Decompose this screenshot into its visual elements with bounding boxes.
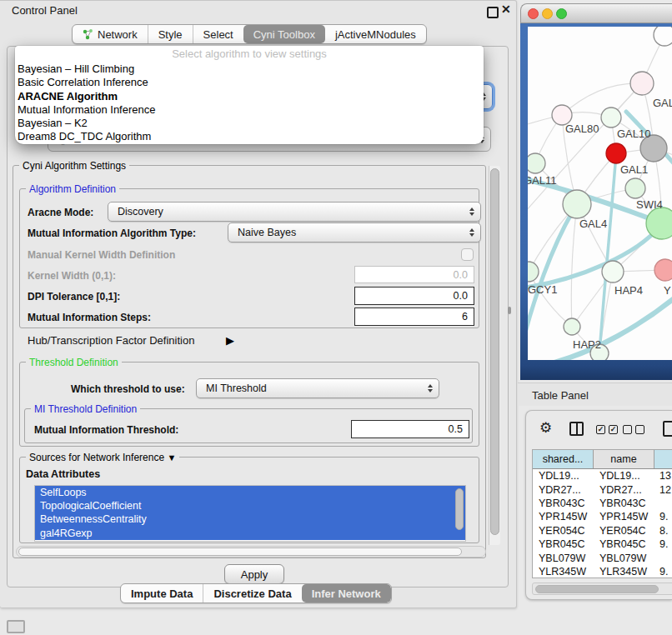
expanded-arrow-icon[interactable]: ▼ (167, 452, 176, 462)
file-export-icon[interactable] (663, 421, 672, 437)
node-gal10[interactable] (601, 108, 621, 128)
mi-steps-field[interactable]: 6 (354, 308, 474, 326)
mi-type-label: Mutual Information Algorithm Type: (28, 228, 196, 239)
node-hap4[interactable] (602, 261, 624, 282)
node-label: SWI4 (636, 198, 663, 211)
table-row[interactable]: YER054CYER054C8. (533, 524, 672, 538)
node-gal7[interactable] (630, 72, 654, 95)
scrollbar-thumb[interactable] (490, 168, 499, 535)
mi-threshold-field[interactable]: 0.5 (351, 420, 469, 438)
stepper-icon (428, 384, 433, 392)
dropdown-item[interactable]: Mutual Information Inference (15, 103, 484, 117)
zoom-traffic-icon[interactable] (556, 8, 567, 19)
network-icon (83, 29, 93, 40)
list-scrollbar-thumb[interactable] (455, 488, 464, 530)
dropdown-item-selected[interactable]: ARACNE Algorithm (15, 90, 484, 103)
list-item[interactable]: BetweennessCentrality (35, 512, 465, 526)
node-gal4[interactable] (563, 190, 591, 218)
dropdown-item[interactable]: Basic Correlation Inference (15, 76, 484, 89)
hscrollbar-thumb[interactable] (535, 585, 659, 593)
dropdown-item[interactable]: Bayesian – Hill Climbing (15, 62, 484, 76)
group-title: MI Threshold Definition (31, 403, 140, 415)
minimize-traffic-icon[interactable] (542, 8, 553, 19)
list-item[interactable]: gal4RGexp (35, 527, 465, 540)
table-row[interactable]: YPR145WYPR145W9. (533, 510, 672, 523)
table-row[interactable]: YBR043CYBR043C (533, 497, 672, 510)
node-gal11[interactable] (528, 153, 545, 173)
tab-discretize-data[interactable]: Discretize Data (203, 584, 301, 602)
node-label: GAL1 (620, 163, 648, 176)
window-title: Control Panel (12, 4, 78, 17)
manual-kernel-checkbox[interactable] (461, 248, 474, 261)
tab-network[interactable]: Network (73, 25, 148, 43)
table-row[interactable]: YDR27...YDR27...12 (533, 482, 672, 496)
deselect-all-checkboxes-icon[interactable] (623, 425, 644, 434)
node-label: GAL4 (579, 218, 607, 230)
tab-cyni-toolbox[interactable]: Cyni Toolbox (243, 25, 325, 43)
split-columns-icon[interactable] (569, 422, 584, 436)
table-panel-window: ⚙ ✓✓ shared... name YDL19...YDL19...13 Y… (525, 410, 672, 600)
network-canvas[interactable]: GAL GAL80 GAL10 GAL1 GAL11 SWI4 GAL4 GCY… (528, 27, 672, 360)
tab-style[interactable]: Style (148, 25, 193, 43)
kernel-width-field[interactable]: 0.0 (354, 266, 474, 283)
hscrollbar-thumb[interactable] (18, 548, 462, 556)
control-panel-tabbar: Network Style Select Cyni Toolbox jActiv… (72, 24, 427, 44)
node-label: GAL80 (565, 122, 599, 135)
dropdown-item[interactable]: Bayesian – K2 (15, 117, 484, 130)
node-green-large[interactable] (646, 208, 672, 239)
kernel-width-label: Kernel Width (0,1): (28, 270, 116, 282)
tab-impute-data[interactable]: Impute Data (121, 584, 203, 602)
close-icon[interactable]: ✕ (501, 2, 511, 16)
node-label: GAL (653, 97, 672, 109)
node-hap2[interactable] (564, 318, 580, 335)
table-row[interactable]: YDL19...YDL19...13 (533, 469, 672, 482)
column-header[interactable] (654, 450, 672, 468)
network-window-titlebar[interactable] (520, 3, 672, 23)
node-salmon[interactable] (654, 259, 672, 281)
aracne-mode-label: Aracne Mode: (28, 207, 93, 218)
aracne-mode-select[interactable]: Discovery (108, 202, 481, 222)
node-label: HAP4 (614, 284, 643, 297)
table-row[interactable]: YBL079WYBL079W (533, 551, 672, 564)
float-window-icon[interactable] (487, 7, 499, 18)
node-gcy1[interactable] (528, 262, 539, 282)
dropdown-item[interactable]: Dream8 DC_TDC Algorithm (15, 130, 484, 143)
network-graph: GAL GAL80 GAL10 GAL1 GAL11 SWI4 GAL4 GCY… (528, 27, 672, 360)
settings-scrollbar[interactable] (489, 166, 500, 545)
column-header-name[interactable]: name (594, 450, 654, 468)
tab-infer-network[interactable]: Infer Network (302, 584, 391, 602)
select-all-checkboxes-icon[interactable]: ✓✓ (596, 425, 618, 434)
apply-button[interactable]: Apply (224, 564, 284, 584)
stepper-icon (469, 228, 474, 237)
node-label: HAP2 (573, 338, 601, 351)
node[interactable] (654, 27, 672, 46)
tab-select[interactable]: Select (193, 25, 243, 43)
node-gal1-selected[interactable] (606, 143, 626, 163)
stepper-icon (469, 208, 474, 216)
minimized-panel-icon[interactable] (7, 620, 25, 633)
list-item[interactable]: TopologicalCoefficient (35, 499, 465, 512)
close-traffic-icon[interactable] (528, 8, 539, 19)
data-attributes-list[interactable]: SelfLoops TopologicalCoefficient Between… (34, 485, 466, 542)
table-row[interactable]: YLR345WYLR345W9. (533, 565, 672, 578)
mi-steps-label: Mutual Information Steps: (28, 312, 151, 323)
mi-threshold-label: Mutual Information Threshold: (34, 424, 178, 436)
control-panel-window: Control Panel ✕ Network Style Select Cyn… (0, 0, 517, 608)
settings-hscrollbar[interactable] (16, 546, 486, 558)
dropdown-placeholder: Select algorithm to view settings (15, 46, 484, 62)
table-hscrollbar[interactable] (532, 582, 672, 595)
tab-jactivemnodules[interactable]: jActiveMNodules (325, 25, 426, 43)
hub-definition-label[interactable]: Hub/Transcription Factor Definition (28, 334, 194, 347)
which-threshold-select[interactable]: MI Threshold (196, 378, 439, 398)
gear-icon[interactable]: ⚙ (539, 419, 552, 437)
mi-algorithm-type-select[interactable]: Naive Bayes (228, 222, 481, 242)
column-header-shared-name[interactable]: shared... (533, 450, 594, 468)
panel-splitter-handle[interactable] (508, 307, 511, 314)
node-label: GAL11 (528, 174, 557, 187)
list-item[interactable]: SelfLoops (35, 486, 465, 499)
collapsed-arrow-icon[interactable]: ▶ (226, 334, 234, 347)
group-title: Sources for Network Inference ▼ (26, 452, 179, 463)
table-row[interactable]: YBR045CYBR045C9. (533, 538, 672, 551)
dpi-tolerance-field[interactable]: 0.0 (354, 287, 474, 305)
node-swi4[interactable] (625, 178, 645, 198)
